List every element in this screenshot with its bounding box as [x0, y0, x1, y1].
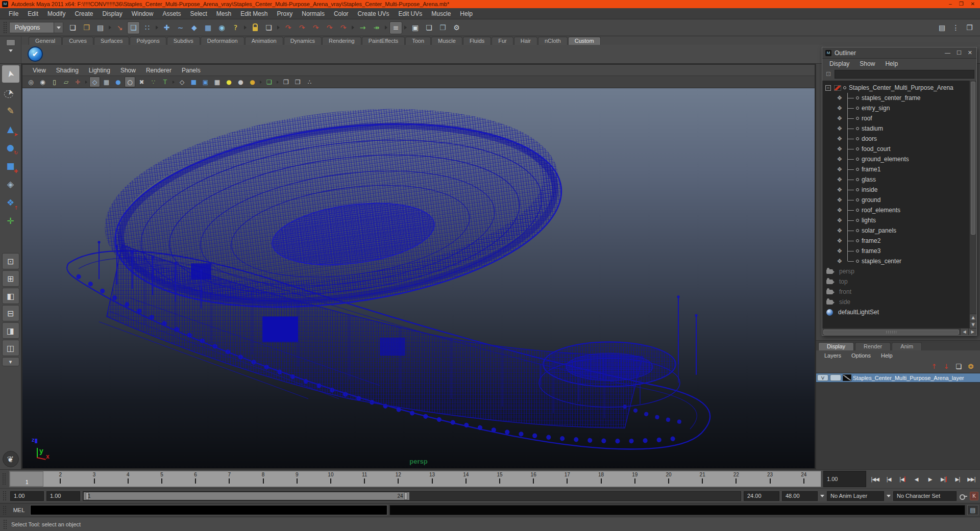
scroll-right-icon[interactable]: ▶ [968, 328, 976, 335]
collapse-icon[interactable]: − [825, 85, 831, 91]
frame-tick[interactable]: 14 [449, 471, 483, 487]
command-result-field[interactable] [389, 505, 965, 515]
shelf-tab[interactable]: Hair [514, 37, 537, 45]
transfer-in-icon[interactable]: → [356, 21, 369, 34]
outliner-item[interactable]: ❖ roof [824, 113, 976, 123]
frame-tick[interactable]: 19 [618, 471, 652, 487]
frame-tick[interactable]: 6 [179, 471, 212, 487]
menubar-item[interactable]: Color [329, 9, 353, 18]
camera-bookmarks-icon[interactable]: ▯ [49, 77, 60, 87]
use-default-material-icon[interactable]: ▦ [212, 77, 223, 87]
outliner-horizontal-scrollbar[interactable]: ◀ ▶ [822, 328, 976, 335]
2d-pan-zoom-icon[interactable]: ✛ [72, 77, 83, 87]
close-button[interactable]: ✕ [971, 1, 975, 8]
menubar-item[interactable]: Proxy [273, 9, 298, 18]
step-forward-key-button[interactable]: ▶| [937, 472, 950, 486]
outliner-minimize-button[interactable]: — [945, 49, 950, 56]
playback-end-field[interactable] [744, 491, 779, 501]
panel-menu-item[interactable]: Lighting [84, 66, 115, 74]
outliner-camera-item[interactable]: side [824, 297, 976, 307]
layer-editor-menu-item[interactable]: Help [876, 352, 898, 359]
animation-start-field[interactable] [10, 491, 44, 501]
play-backwards-button[interactable]: ◀ [910, 472, 923, 486]
render-current-frame-icon[interactable]: ❏ [423, 21, 435, 34]
image-plane-icon[interactable]: ▱ [61, 77, 71, 87]
create-layer-from-selected-icon[interactable]: ❂ [966, 362, 976, 372]
create-empty-layer-icon[interactable]: ❏ [953, 362, 964, 372]
current-time-field[interactable] [823, 471, 866, 487]
outliner-search-input[interactable] [835, 70, 974, 79]
shelf-tab[interactable]: Animation [245, 37, 283, 45]
shelf-tab[interactable]: Fur [492, 37, 513, 45]
layer-editor-menu-item[interactable]: Options [846, 352, 876, 359]
panel-menu-item[interactable]: Shading [51, 66, 84, 74]
wireframe-on-shaded-icon[interactable]: ◇ [177, 77, 187, 87]
outliner-item[interactable]: ❖ roof_elements [824, 205, 976, 215]
anim-layer-selector[interactable]: No Anim Layer [827, 491, 884, 501]
outliner-root-item[interactable]: − Staples_Center_Multi_Purpose_Arena [824, 83, 976, 93]
character-set-selector[interactable]: No Character Set [893, 491, 957, 501]
playback-start-field[interactable] [46, 491, 80, 501]
outliner-maximize-button[interactable]: ☐ [957, 49, 962, 56]
step-forward-frame-button[interactable]: ▶| [951, 472, 964, 486]
move-layer-up-icon[interactable]: ↑ [929, 362, 939, 372]
menubar-item[interactable]: Display [97, 9, 127, 18]
mel-command-input[interactable] [30, 505, 387, 515]
shelf-tab[interactable]: Rendering [322, 37, 361, 45]
frame-tick[interactable]: 11 [348, 471, 381, 487]
marquee-select-icon[interactable]: ❏ [264, 77, 275, 87]
shelf-tab[interactable]: Deformation [201, 37, 244, 45]
lock-selection-icon[interactable] [249, 21, 261, 34]
shelf-tab[interactable]: Curves [62, 37, 93, 45]
playback-range[interactable]: 1 24 [84, 492, 409, 500]
layer-row[interactable]: V Staples_Center_Multi_Purpose_Arena_lay… [816, 373, 980, 383]
layer-editor-tab[interactable]: Render [855, 342, 891, 350]
render-settings-icon[interactable]: ⚙ [450, 21, 463, 34]
frame-tick[interactable]: 20 [652, 471, 685, 487]
auto-keyframe-toggle-icon[interactable]: K [970, 492, 978, 500]
outliner-camera-item[interactable]: persp [824, 266, 976, 276]
outliner-camera-item[interactable]: top [824, 276, 976, 287]
menubar-item[interactable]: Modify [43, 9, 70, 18]
default-light-icon[interactable]: ● [224, 77, 234, 87]
outliner-camera-item[interactable]: front [824, 287, 976, 297]
shelf-tab[interactable]: Muscle [431, 37, 462, 45]
channel-box-toggle-icon[interactable]: ❐ [963, 21, 976, 34]
universal-manipulator-tool[interactable]: ◈ [2, 175, 19, 193]
set-key-icon[interactable] [959, 492, 967, 499]
frame-tick[interactable]: 17 [550, 471, 584, 487]
frame-tick[interactable]: 16 [517, 471, 550, 487]
frame-tick[interactable]: 5 [145, 471, 179, 487]
all-lights-icon[interactable]: ● [247, 77, 258, 87]
maximize-button[interactable]: ❐ [959, 1, 964, 8]
help-line-grip[interactable] [3, 519, 7, 529]
menubar-item[interactable]: Edit [23, 9, 43, 18]
frame-tick[interactable]: 22 [719, 471, 753, 487]
time-slider-grip[interactable] [2, 473, 6, 485]
outliner-item[interactable]: ❖ doors [824, 134, 976, 144]
outliner-menu-item[interactable]: Display [824, 60, 854, 67]
numeric-input-icon[interactable]: ≡ [389, 21, 402, 34]
frame-tick[interactable]: 24 [787, 471, 821, 487]
character-set-dropdown-icon[interactable] [887, 495, 891, 497]
frame-tick[interactable]: 8 [246, 471, 280, 487]
outliner-close-button[interactable]: ✕ [968, 49, 972, 56]
make-live-icon[interactable]: ◉ [215, 21, 228, 34]
snap-to-grids-icon[interactable]: ✚ [160, 21, 173, 34]
save-scene-icon[interactable]: ▤ [94, 21, 107, 34]
scale-tool[interactable]: ■ ✚ [2, 157, 19, 174]
camera-attributes-icon[interactable]: ◉ [37, 77, 48, 87]
outliner-item[interactable]: ❖ staples_center [824, 256, 976, 266]
outliner-titlebar[interactable]: M Outliner — ☐ ✕ [822, 47, 976, 59]
select-camera-icon[interactable]: ◎ [26, 77, 36, 87]
textured-mode-icon[interactable]: T [160, 77, 170, 87]
open-scene-icon[interactable]: ❒ [80, 21, 93, 34]
layer-color-swatch[interactable] [843, 374, 851, 381]
scrollbar-thumb[interactable] [823, 330, 959, 335]
shelf-tab[interactable]: General [29, 37, 62, 45]
outliner-item[interactable]: ❖ lights [824, 215, 976, 225]
shelf-tab[interactable]: Dynamics [284, 37, 322, 45]
frame-tick[interactable]: 9 [280, 471, 314, 487]
snap-to-curves-icon[interactable]: ∼ [174, 21, 187, 34]
node-connections-icon[interactable]: ↷ [309, 21, 322, 34]
